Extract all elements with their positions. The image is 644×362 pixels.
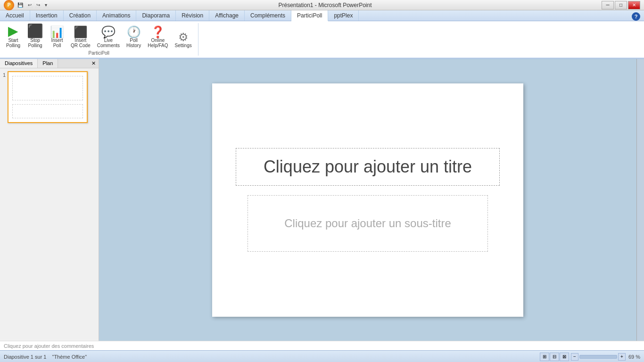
tab-animations[interactable]: Animations <box>97 10 136 21</box>
panel-tabs: Diapositives Plan ✕ <box>0 59 99 68</box>
slide-panel: Diapositives Plan ✕ 1 <box>0 59 99 341</box>
slide-sorter-btn[interactable]: ⊟ <box>550 353 559 361</box>
minimize-btn[interactable]: ─ <box>602 1 614 9</box>
subtitle-placeholder[interactable]: Cliquez pour ajouter un sous-titre <box>248 195 488 252</box>
maximize-btn[interactable]: □ <box>615 1 627 9</box>
slide-edit-area[interactable]: Cliquez pour ajouter un titre Cliquez po… <box>99 59 636 341</box>
statusbar-right: ⊞ ⊟ ⊠ − + 69 % <box>540 353 640 361</box>
play-icon: ▶ <box>8 25 18 38</box>
stop-polling-label: StopPolling <box>28 38 42 48</box>
slide-thumbnail-1[interactable] <box>8 71 88 123</box>
insert-poll-icon: 📊 <box>50 26 64 38</box>
tab-affichage[interactable]: Affichage <box>209 10 245 21</box>
status-bar: Diapositive 1 sur 1 "Thème Office" ⊞ ⊟ ⊠… <box>0 350 644 362</box>
zoom-out-btn[interactable]: − <box>571 353 578 361</box>
subtitle-placeholder-text: Cliquez pour ajouter un sous-titre <box>284 217 451 230</box>
zoom-slider[interactable] <box>579 355 617 359</box>
settings-label: Settings <box>175 43 192 48</box>
ribbon-group-participoll: ▶ StartPolling ⬛ StopPolling 📊 InsertPol… <box>4 23 198 56</box>
normal-view-btn[interactable]: ⊞ <box>540 353 549 361</box>
comments-bar: Cliquez pour ajouter des commentaires <box>0 341 644 350</box>
insert-poll-label: InsertPoll <box>51 38 63 48</box>
tab-creation[interactable]: Création <box>64 10 97 21</box>
panel-close-btn[interactable]: ✕ <box>89 59 99 68</box>
poll-history-label: PollHistory <box>126 38 141 48</box>
office-logo: P <box>4 0 14 10</box>
poll-history-btn[interactable]: 🕐 PollHistory <box>124 25 143 49</box>
title-placeholder[interactable]: Cliquez pour ajouter un titre <box>236 148 500 186</box>
slide-thumb-1: 1 <box>3 71 96 123</box>
undo-qat-btn[interactable]: ↩ <box>26 2 33 8</box>
tab-participoll[interactable]: ParticiPoll <box>291 10 328 21</box>
stop-icon: ⬛ <box>27 25 43 38</box>
insert-poll-btn[interactable]: 📊 InsertPoll <box>48 25 66 49</box>
thumb-title <box>12 76 83 100</box>
start-polling-btn[interactable]: ▶ StartPolling <box>4 23 23 49</box>
tab-accueil[interactable]: Accueil <box>0 10 30 21</box>
ribbon-content: ▶ StartPolling ⬛ StopPolling 📊 InsertPol… <box>0 21 644 58</box>
ribbon-tabs: Accueil Insertion Création Animations Di… <box>0 10 644 21</box>
ribbon-group-label: ParticiPoll <box>89 50 109 56</box>
slide-number-1: 1 <box>3 71 6 123</box>
comments-placeholder[interactable]: Cliquez pour ajouter des commentaires <box>4 343 94 349</box>
right-scrollbar[interactable] <box>636 59 644 341</box>
thumb-subtitle <box>12 104 83 118</box>
live-comments-icon: 💬 <box>101 26 116 38</box>
live-comments-label: LiveComments <box>97 38 120 48</box>
tab-pptplex[interactable]: pptPlex <box>328 10 359 21</box>
tab-complements[interactable]: Compléments <box>245 10 291 21</box>
view-buttons: ⊞ ⊟ ⊠ <box>540 353 569 361</box>
online-help-icon: ❓ <box>151 26 165 38</box>
redo-qat-btn[interactable]: ↪ <box>35 2 41 8</box>
ribbon-buttons: ▶ StartPolling ⬛ StopPolling 📊 InsertPol… <box>4 23 194 49</box>
tab-diaporama[interactable]: Diaporama <box>136 10 176 21</box>
slide-thumbnails[interactable]: 1 <box>0 68 99 341</box>
statusbar-left: Diapositive 1 sur 1 "Thème Office" <box>4 354 534 360</box>
live-comments-btn[interactable]: 💬 LiveComments <box>95 25 122 49</box>
slide-canvas: Cliquez pour ajouter un titre Cliquez po… <box>212 83 523 317</box>
theme-info: "Thème Office" <box>52 354 87 360</box>
customize-qat-btn[interactable]: ▾ <box>43 2 49 8</box>
insert-qr-label: InsertQR Code <box>71 38 91 48</box>
window-controls: ─ □ ✕ <box>602 1 640 9</box>
qr-icon: ⬛ <box>74 26 88 38</box>
settings-btn[interactable]: ⚙ Settings <box>173 30 194 49</box>
settings-icon: ⚙ <box>178 32 189 43</box>
ribbon: Accueil Insertion Création Animations Di… <box>0 10 644 59</box>
start-polling-label: StartPolling <box>6 38 20 48</box>
stop-polling-btn[interactable]: ⬛ StopPolling <box>25 23 46 49</box>
slide-info: Diapositive 1 sur 1 <box>4 354 47 360</box>
main-area: Diapositives Plan ✕ 1 Cliquez pour ajout… <box>0 59 644 341</box>
zoom-level: 69 % <box>628 354 640 360</box>
poll-history-icon: 🕐 <box>127 26 141 38</box>
app-title: Présentation1 - Microsoft PowerPoint <box>49 2 602 8</box>
zoom-in-btn[interactable]: + <box>618 353 626 361</box>
tab-revision[interactable]: Révision <box>176 10 209 21</box>
tab-plan[interactable]: Plan <box>38 59 58 68</box>
help-btn[interactable]: ? <box>632 12 640 21</box>
close-btn[interactable]: ✕ <box>628 1 640 9</box>
reading-view-btn[interactable]: ⊠ <box>560 353 569 361</box>
insert-qr-btn[interactable]: ⬛ InsertQR Code <box>68 25 93 49</box>
save-qat-btn[interactable]: 💾 <box>16 2 25 8</box>
online-help-btn[interactable]: ❓ OnlineHelp/FAQ <box>145 25 170 49</box>
zoom-controls: − + 69 % <box>571 353 640 361</box>
title-placeholder-text: Cliquez pour ajouter un titre <box>264 157 472 177</box>
tab-diapositives[interactable]: Diapositives <box>0 59 38 68</box>
titlebar-left: P 💾 ↩ ↪ ▾ <box>4 0 49 10</box>
tab-insertion[interactable]: Insertion <box>30 10 64 21</box>
ribbon-tabs-container: Accueil Insertion Création Animations Di… <box>0 10 644 21</box>
online-help-label: OnlineHelp/FAQ <box>148 38 168 48</box>
title-bar: P 💾 ↩ ↪ ▾ Présentation1 - Microsoft Powe… <box>0 0 644 10</box>
